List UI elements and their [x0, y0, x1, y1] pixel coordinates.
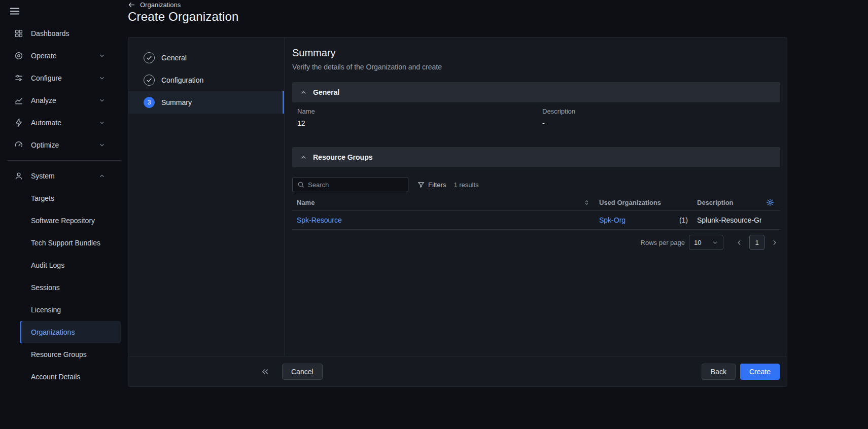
step-complete-check-icon	[144, 75, 155, 86]
sidebar-item-label: Account Details	[31, 373, 80, 381]
gear-icon[interactable]	[766, 198, 776, 206]
used-organization-link[interactable]: Spk-Org	[599, 216, 626, 224]
back-button[interactable]: Back	[702, 364, 736, 380]
step-general[interactable]: General	[128, 47, 284, 69]
pagination: Rows per page 10 1	[292, 235, 780, 250]
resource-description-cell: Splunk-Resource-Grou	[692, 211, 761, 230]
sidebar-item-software-repository[interactable]: Software Repository	[20, 209, 121, 232]
filter-icon	[418, 181, 425, 188]
sidebar-item-licensing[interactable]: Licensing	[20, 299, 121, 321]
table-header-row: Name Used Organizations Description	[292, 194, 780, 211]
search-icon	[297, 181, 304, 188]
collapse-steps-panel-icon[interactable]	[259, 366, 271, 377]
column-header-description[interactable]: Description	[692, 194, 761, 211]
chevron-up-icon	[98, 172, 106, 180]
description-label: Description	[542, 108, 575, 115]
sidebar-item-audit-logs[interactable]: Audit Logs	[20, 254, 121, 276]
step-number-badge: 3	[144, 97, 155, 108]
step-label: General	[161, 54, 187, 62]
rows-per-page-value: 10	[694, 239, 701, 246]
sidebar-item-optimize[interactable]: Optimize	[0, 134, 128, 156]
column-header-name[interactable]: Name	[292, 194, 595, 211]
step-configuration[interactable]: Configuration	[128, 69, 284, 91]
sidebar-item-label: Software Repository	[31, 217, 95, 225]
resource-groups-section-header[interactable]: Resource Groups	[292, 147, 780, 167]
next-page-button[interactable]	[769, 237, 780, 248]
sidebar-divider	[7, 160, 121, 161]
resource-name-link[interactable]: Spk-Resource	[297, 216, 342, 224]
chevron-down-icon	[98, 97, 106, 104]
previous-page-button[interactable]	[734, 237, 745, 248]
summary-content: Summary Verify the details of the Organi…	[285, 38, 788, 356]
chevron-up-icon	[300, 89, 307, 96]
chevron-down-icon	[98, 52, 106, 59]
main-area: Organizations Create Organization Genera…	[128, 0, 868, 429]
step-complete-check-icon	[144, 52, 155, 63]
column-header-settings	[761, 194, 780, 211]
name-field: Name 12	[297, 108, 542, 127]
general-section-header[interactable]: General	[292, 82, 780, 102]
rows-per-page-label: Rows per page	[641, 239, 685, 246]
create-organization-card: General Configuration 3 Summary Summary …	[128, 37, 787, 387]
search-input[interactable]	[308, 181, 403, 189]
cancel-button[interactable]: Cancel	[282, 364, 323, 380]
column-header-used-organizations[interactable]: Used Organizations	[595, 194, 692, 211]
filters-label: Filters	[428, 181, 446, 189]
resource-groups-section-title: Resource Groups	[313, 153, 372, 161]
chevron-down-icon	[98, 141, 106, 149]
summary-subheading: Verify the details of the Organization a…	[292, 63, 780, 71]
analyze-icon	[14, 96, 23, 105]
chevron-down-icon	[712, 239, 718, 246]
card-footer: Cancel Back Create	[128, 356, 787, 386]
sidebar-item-targets[interactable]: Targets	[20, 187, 121, 209]
sidebar-item-label: Operate	[31, 52, 57, 60]
sidebar-item-dashboards[interactable]: Dashboards	[0, 22, 128, 45]
sidebar-item-label: Configure	[31, 74, 62, 82]
filters-button[interactable]: Filters	[413, 178, 450, 192]
sidebar-item-configure[interactable]: Configure	[0, 67, 128, 89]
sidebar-item-account-details[interactable]: Account Details	[20, 366, 121, 388]
name-label: Name	[297, 108, 542, 115]
step-label: Configuration	[161, 76, 203, 84]
page-title: Create Organization	[128, 10, 239, 24]
step-summary[interactable]: 3 Summary	[128, 91, 284, 114]
sidebar-item-sessions[interactable]: Sessions	[20, 276, 121, 299]
step-label: Summary	[161, 98, 192, 106]
create-button[interactable]: Create	[740, 364, 780, 380]
sidebar-item-automate[interactable]: Automate	[0, 112, 128, 134]
general-section-title: General	[313, 88, 339, 96]
sidebar-item-label: System	[31, 172, 55, 180]
sort-icon[interactable]	[583, 199, 590, 206]
sidebar-item-resource-groups[interactable]: Resource Groups	[20, 343, 121, 366]
breadcrumb[interactable]: Organizations	[128, 1, 181, 9]
chevron-down-icon	[98, 119, 106, 126]
sidebar-item-analyze[interactable]: Analyze	[0, 89, 128, 112]
chevron-up-icon	[300, 154, 307, 161]
results-count: 1 results	[454, 181, 478, 189]
sidebar-item-organizations[interactable]: Organizations	[20, 321, 121, 343]
sidebar-item-operate[interactable]: Operate	[0, 45, 128, 67]
rows-per-page-select[interactable]: 10	[689, 235, 723, 250]
resource-groups-toolbar: Filters 1 results	[292, 177, 780, 192]
sidebar-item-label: Sessions	[31, 283, 60, 292]
sidebar-item-label: Organizations	[31, 328, 75, 336]
chevron-down-icon	[98, 75, 106, 82]
page-number-button[interactable]: 1	[749, 235, 765, 250]
sidebar-item-label: Optimize	[31, 141, 59, 149]
sidebar-item-system[interactable]: System	[0, 165, 128, 187]
resource-groups-table: Name Used Organizations Description	[292, 194, 780, 230]
back-arrow-icon	[128, 1, 135, 9]
optimize-icon	[14, 140, 23, 150]
wizard-steps: General Configuration 3 Summary	[128, 38, 285, 356]
menu-icon[interactable]	[9, 6, 21, 17]
used-organization-count: (1)	[679, 216, 688, 224]
dashboards-icon	[14, 29, 23, 38]
summary-heading: Summary	[292, 47, 780, 59]
table-row: Spk-Resource Spk-Org (1) Splunk-Resource…	[292, 211, 780, 230]
sidebar-item-label: Tech Support Bundles	[31, 239, 100, 247]
sidebar-item-label: Targets	[31, 194, 54, 202]
sidebar-item-tech-support-bundles[interactable]: Tech Support Bundles	[20, 232, 121, 254]
operate-icon	[14, 51, 23, 60]
sidebar-item-label: Resource Groups	[31, 350, 87, 359]
sidebar-item-label: Licensing	[31, 306, 61, 314]
